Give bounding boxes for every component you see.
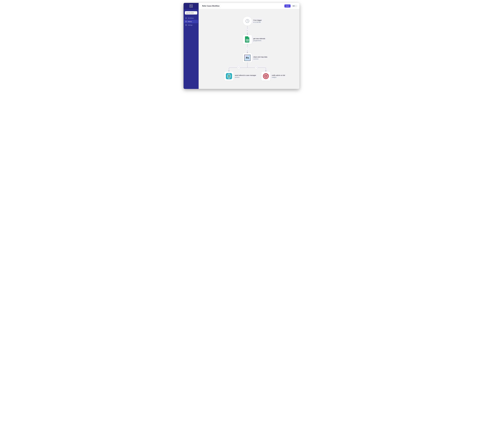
node-label-get-new-referrals: get new referrals googlesheets: [253, 38, 265, 41]
node-label-clean-and-map-data: clean and map data common: [253, 56, 267, 60]
sidebar-item-label: History: [188, 21, 192, 22]
primero-icon: [226, 73, 232, 79]
topbar-right: Save NM: [284, 4, 297, 8]
brand-area: Fn: [183, 3, 199, 9]
app-window: Fn openhie-2023 Workflows History Settin…: [183, 3, 300, 89]
node-label-send-referral: send referral to case manager primero: [235, 74, 256, 78]
main: Refer Cases Workflow Save NM: [199, 3, 300, 89]
topbar: Refer Cases Workflow Save NM: [199, 3, 300, 9]
edge-badge-failure[interactable]: [255, 66, 258, 69]
sidebar-item-settings[interactable]: Settings: [184, 23, 198, 27]
user-menu[interactable]: NM: [292, 5, 297, 7]
node-label-cron-trigger: Cron trigger At 12:00 AM: [253, 19, 262, 23]
node-subtitle: mailgun: [272, 77, 285, 78]
save-button[interactable]: Save: [284, 4, 291, 8]
svg-point-11: [265, 76, 266, 77]
sidebar: Fn openhie-2023 Workflows History Settin…: [183, 3, 199, 89]
node-title: get new referrals: [253, 38, 265, 40]
node-label-notify-admin: notify admin on fail mailgun: [272, 74, 285, 78]
sidebar-item-label: Settings: [188, 24, 192, 26]
edge-badge-success[interactable]: [237, 66, 240, 69]
chevron-down-icon: [295, 5, 296, 7]
brand-logo-text: Fn: [190, 5, 192, 7]
project-picker-label: openhie-2023: [186, 12, 194, 14]
sidebar-item-history[interactable]: History: [184, 20, 198, 23]
project-picker[interactable]: openhie-2023: [185, 11, 197, 15]
workflow-title-input[interactable]: Refer Cases Workflow: [201, 4, 221, 8]
googlesheets-icon: [245, 36, 250, 42]
node-title: Cron trigger: [253, 19, 262, 21]
node-notify-admin-on-fail[interactable]: [261, 72, 270, 81]
workflow-canvas[interactable]: Cron trigger At 12:00 AM get new referra…: [199, 9, 300, 89]
briefcase-icon: [185, 21, 187, 22]
sidebar-nav: Workflows History Settings: [183, 16, 199, 27]
brand-logo[interactable]: Fn: [190, 5, 192, 8]
node-clean-and-map-data[interactable]: Fn: [243, 53, 252, 63]
mailgun-icon: [263, 73, 269, 79]
clock-icon: [245, 19, 250, 23]
node-title: send referral to case manager: [235, 74, 256, 76]
node-get-new-referrals[interactable]: [243, 35, 252, 44]
user-initials: NM: [293, 5, 295, 7]
edge-badge-always[interactable]: [246, 29, 249, 32]
node-subtitle: At 12:00 AM: [253, 21, 262, 23]
sidebar-item-workflows[interactable]: Workflows: [184, 16, 198, 20]
sidebar-item-label: Workflows: [188, 17, 194, 19]
node-subtitle: primero: [235, 77, 256, 78]
node-send-referral-to-case-manager[interactable]: [224, 72, 234, 81]
edge-badge-success[interactable]: [246, 47, 249, 50]
fn-adaptor-icon: Fn: [244, 55, 251, 61]
page-title: Refer Cases Workflow: [202, 5, 220, 7]
node-cron-trigger[interactable]: [243, 16, 252, 26]
svg-point-1: [186, 25, 186, 25]
layers-icon: [185, 17, 187, 19]
node-subtitle: googlesheets: [253, 40, 265, 41]
node-subtitle: common: [253, 58, 267, 60]
node-title: clean and map data: [253, 56, 267, 58]
svg-point-12: [268, 74, 269, 75]
chevron-down-icon: [195, 12, 196, 13]
gear-icon: [185, 24, 187, 26]
node-title: notify admin on fail: [272, 74, 285, 76]
svg-rect-0: [185, 21, 187, 22]
